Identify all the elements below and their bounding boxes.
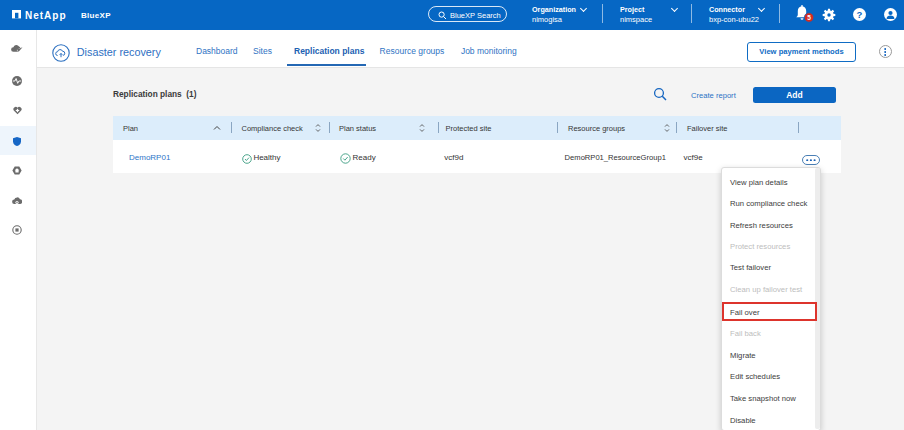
svg-text:5: 5 xyxy=(807,14,811,21)
